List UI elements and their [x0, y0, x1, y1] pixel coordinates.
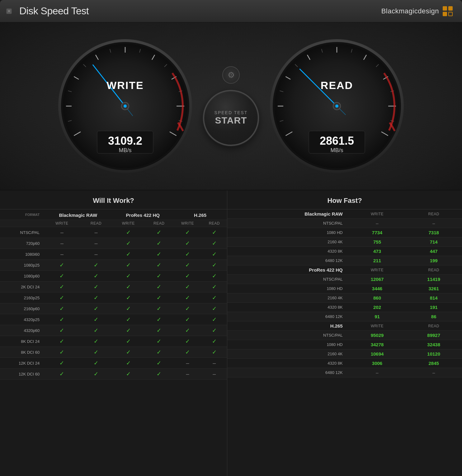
- hf-row-label: 1080 HD: [227, 284, 349, 293]
- svg-text:WRITE: WRITE: [106, 79, 144, 91]
- svg-text:2861.5: 2861.5: [320, 134, 354, 147]
- table-row: 12K DCI 24✓✓✓✓––: [0, 358, 227, 369]
- wiw-cell: ✓: [144, 227, 173, 238]
- hf-row-label: 6480 12K: [227, 256, 349, 265]
- table-row: 8K DCI 24✓✓✓✓✓✓: [0, 336, 227, 347]
- hf-group-label: Blackmagic RAW: [227, 209, 349, 219]
- hf-write-val: 95029: [349, 331, 406, 340]
- wiw-cell: ✓: [44, 303, 80, 314]
- hf-read-val: 3261: [405, 284, 462, 293]
- svg-text:MB/s: MB/s: [119, 147, 131, 153]
- hf-read-col-header: READ: [405, 265, 462, 275]
- wiw-cell: ✓: [80, 292, 112, 303]
- hf-read-val: –: [405, 368, 462, 377]
- hf-write-val: 473: [349, 247, 406, 256]
- h265-write-header: WRITE: [173, 220, 201, 227]
- app-window: ✕ Disk Speed Test Blackmagicdesign: [0, 0, 462, 476]
- hf-data-row: 4320 8K 473 447: [227, 247, 462, 256]
- hf-write-val: 860: [349, 293, 406, 303]
- wiw-cell: ✓: [112, 260, 144, 271]
- format-label: 12K DCI 24: [0, 358, 44, 369]
- wiw-cell: ✓: [112, 303, 144, 314]
- wiw-cell: ✓: [144, 347, 173, 358]
- start-button[interactable]: SPEED TEST START: [203, 90, 259, 146]
- format-label: 8K DCI 60: [0, 347, 44, 358]
- hf-data-row: 6480 12K 91 86: [227, 312, 462, 321]
- wiw-cell: –: [202, 358, 227, 369]
- braw-read-header: READ: [80, 220, 112, 227]
- write-gauge: WRITE 3109.2 MB/s: [57, 38, 194, 175]
- hf-write-val: 10694: [349, 349, 406, 359]
- hf-write-val: –: [349, 219, 406, 228]
- read-gauge: READ 2861.5 MB/s: [268, 38, 405, 175]
- hf-read-val: 7318: [405, 228, 462, 237]
- wiw-cell: ✓: [80, 325, 112, 336]
- gear-icon: ⚙: [228, 70, 235, 80]
- wiw-cell: ✓: [112, 314, 144, 325]
- hf-row-label: 4320 8K: [227, 247, 349, 256]
- app-title: Disk Speed Test: [19, 5, 89, 17]
- close-icon: ✕: [7, 9, 11, 13]
- wiw-cell: ✓: [144, 314, 173, 325]
- prores-read-header: READ: [144, 220, 173, 227]
- brand-square-3: [443, 12, 447, 16]
- brand-logo: Blackmagicdesign: [381, 6, 453, 16]
- wiw-cell: ✓: [112, 249, 144, 260]
- hf-read-val: 199: [405, 256, 462, 265]
- wiw-cell: ✓: [202, 238, 227, 249]
- h265-group-header: H.265: [173, 209, 227, 220]
- format-label: 720p60: [0, 238, 44, 249]
- start-button-main-label: START: [215, 115, 247, 126]
- h265-read-header: READ: [202, 220, 227, 227]
- wiw-cell: ✓: [80, 369, 112, 380]
- hf-row-label: 4320 8K: [227, 359, 349, 368]
- hf-read-col-header: READ: [405, 321, 462, 331]
- wiw-cell: –: [44, 227, 80, 238]
- wiw-cell: ✓: [44, 271, 80, 282]
- wiw-cell: ✓: [202, 336, 227, 347]
- wiw-cell: ✓: [80, 314, 112, 325]
- table-row: 720p60––✓✓✓✓: [0, 238, 227, 249]
- hf-group-label: ProRes 422 HQ: [227, 265, 349, 275]
- hf-data-row: 1080 HD 34278 32438: [227, 340, 462, 349]
- hf-row-label: NTSC/PAL: [227, 219, 349, 228]
- hf-write-val: 7734: [349, 228, 406, 237]
- hf-row-label: 2160 4K: [227, 349, 349, 359]
- wiw-cell: ✓: [144, 336, 173, 347]
- brand-square-4: [448, 12, 453, 16]
- table-row: 1080p60✓✓✓✓✓✓: [0, 271, 227, 282]
- wiw-cell: ✓: [44, 282, 80, 292]
- wiw-cell: ✓: [44, 325, 80, 336]
- wiw-cell: ✓: [202, 325, 227, 336]
- wiw-cell: ✓: [144, 260, 173, 271]
- table-row: 2160p60✓✓✓✓✓✓: [0, 303, 227, 314]
- hf-write-val: 3006: [349, 359, 406, 368]
- wiw-cell: ✓: [202, 260, 227, 271]
- wiw-cell: ✓: [144, 249, 173, 260]
- svg-text:MB/s: MB/s: [330, 147, 343, 153]
- format-col-header: FORMAT: [0, 209, 44, 220]
- hf-row-label: 6480 12K: [227, 312, 349, 321]
- format-label: 4320p25: [0, 314, 44, 325]
- hf-group-header-row: ProRes 422 HQ WRITE READ: [227, 265, 462, 275]
- hf-write-col-header: WRITE: [349, 321, 406, 331]
- wiw-cell: –: [173, 358, 201, 369]
- format-label: NTSC/PAL: [0, 227, 44, 238]
- settings-button[interactable]: ⚙: [222, 66, 240, 84]
- wiw-cell: ✓: [112, 227, 144, 238]
- will-it-work-header: Will It Work?: [0, 190, 227, 209]
- hf-data-row: NTSC/PAL 12067 11419: [227, 275, 462, 284]
- will-it-work-panel: Will It Work? FORMAT Blackmagic RAW ProR…: [0, 190, 227, 476]
- wiw-cell: ✓: [173, 271, 201, 282]
- table-row: 4320p25✓✓✓✓✓✓: [0, 314, 227, 325]
- brand-name: Blackmagicdesign: [381, 7, 439, 15]
- close-button[interactable]: ✕: [6, 8, 12, 14]
- wiw-cell: ✓: [112, 347, 144, 358]
- hf-read-col-header: READ: [405, 209, 462, 219]
- hf-data-row: 4320 8K 3006 2845: [227, 359, 462, 368]
- hf-data-row: 1080 HD 3446 3261: [227, 284, 462, 293]
- wiw-cell: ✓: [144, 303, 173, 314]
- hf-read-val: –: [405, 219, 462, 228]
- format-label: 1080p25: [0, 260, 44, 271]
- svg-text:3109.2: 3109.2: [108, 134, 142, 147]
